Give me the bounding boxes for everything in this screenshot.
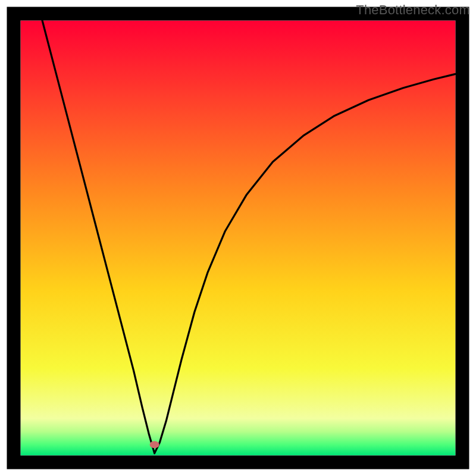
chart-container: TheBottleneck.com bbox=[0, 0, 476, 476]
optimum-marker bbox=[150, 441, 159, 448]
chart-background bbox=[21, 21, 456, 456]
watermark-text: TheBottleneck.com bbox=[356, 2, 470, 18]
bottleneck-chart bbox=[0, 0, 476, 476]
